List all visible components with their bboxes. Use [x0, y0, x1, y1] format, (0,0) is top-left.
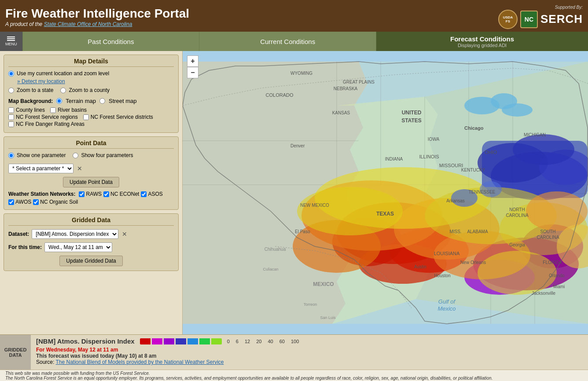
overlays-row3: NC Fire Danger Rating Areas — [8, 121, 174, 127]
svg-text:Chihuahua: Chihuahua — [265, 247, 286, 252]
svg-text:Mexico: Mexico — [437, 305, 456, 312]
nc-fs-regions-label: NC Forest Service regions — [16, 114, 78, 120]
four-params-label: Show four parameters — [81, 152, 133, 158]
svg-text:MISSOURI: MISSOURI — [439, 163, 463, 168]
param-select-row: * Select a parameter * ✕ — [8, 164, 174, 173]
subtitle-link[interactable]: State Climate Office of North Carolina — [44, 21, 132, 27]
nc-fs-regions-checkbox[interactable] — [8, 114, 14, 120]
networks-label: Weather Station Networks: — [8, 191, 75, 197]
main-layout: Map Details Use my current location and … — [0, 51, 588, 334]
zoom-county-row: Zoom to a county — [60, 87, 110, 93]
svg-text:Georgia: Georgia — [509, 242, 525, 247]
title-block: Fire Weather Intelligence Portal A produ… — [5, 6, 189, 27]
nav-bar: MENU Past Conditions Current Conditions … — [0, 32, 588, 51]
legend-title: [NBM] Atmos. Dispersion Index — [36, 337, 135, 345]
terrain-label: Terrain map — [66, 98, 96, 104]
svg-text:Denver: Denver — [290, 143, 305, 148]
asos-item: ASOS — [141, 191, 162, 197]
river-basins-item: River basins — [50, 107, 87, 113]
svg-text:MISS.: MISS. — [449, 229, 461, 234]
serch-logo: SERCH — [540, 12, 583, 26]
map-area: + − — [183, 51, 588, 334]
nav-current-conditions[interactable]: Current Conditions — [199, 32, 376, 51]
four-params-row: Show four parameters — [73, 152, 133, 158]
svg-text:LOUISIANA: LOUISIANA — [434, 251, 460, 256]
legend-area: GRIDDED DATA [NBM] Atmos. Dispersion Ind… — [0, 334, 588, 370]
dataset-label: Dataset: — [8, 231, 29, 237]
nc-organic-soil-checkbox[interactable] — [33, 199, 39, 205]
svg-point-39 — [502, 103, 533, 117]
svg-point-36 — [480, 181, 502, 197]
nc-fs-regions-item: NC Forest Service regions — [8, 114, 78, 120]
param-clear-button[interactable]: ✕ — [76, 165, 83, 172]
nav-items: Past Conditions Current Conditions Forec… — [22, 32, 588, 51]
nav-past-conditions[interactable]: Past Conditions — [22, 32, 199, 51]
nav-forecast-conditions[interactable]: Forecast Conditions Displaying gridded A… — [376, 32, 588, 51]
nc-fs-districts-checkbox[interactable] — [83, 114, 89, 120]
detect-location-link[interactable]: » Detect my location — [17, 78, 174, 84]
time-select[interactable]: Wed., May 12 at 11 am — [44, 242, 112, 252]
update-gridded-data-button[interactable]: Update Gridded Data — [59, 256, 122, 266]
nc-fire-danger-checkbox[interactable] — [8, 121, 14, 127]
river-basins-checkbox[interactable] — [50, 107, 56, 113]
zoom-state-row: Zoom to a state — [8, 87, 53, 93]
svg-text:NORTH: NORTH — [509, 207, 525, 212]
param-select[interactable]: * Select a parameter * — [8, 164, 74, 173]
zoom-out-button[interactable]: − — [187, 67, 198, 78]
time-label: For this time: — [8, 244, 42, 250]
svg-text:El Paso: El Paso — [295, 229, 310, 234]
zoom-in-button[interactable]: + — [187, 55, 198, 67]
street-label: Street map — [109, 98, 137, 104]
county-lines-label: County lines — [16, 107, 45, 113]
svg-text:IOWA: IOWA — [428, 137, 440, 142]
dataset-select[interactable]: [NBM] Atmos. Dispersion Index — [32, 229, 118, 239]
current-location-radio[interactable] — [8, 71, 14, 77]
update-point-data-button[interactable]: Update Point Data — [63, 177, 119, 187]
point-data-options: Show one parameter Show four parameters — [8, 152, 174, 160]
river-basins-label: River basins — [58, 107, 87, 113]
legend-source: Source: The National Blend of Models pro… — [36, 359, 583, 365]
raws-label: RAWS — [86, 191, 102, 197]
map-zoom-controls: + − — [187, 55, 198, 78]
map-details-section: Map Details Use my current location and … — [4, 55, 179, 133]
nc-organic-soil-label: NC Organic Soil — [40, 199, 78, 205]
svg-text:Austin: Austin — [414, 264, 426, 269]
map-background-row: Map Background: Terrain map Street map — [8, 98, 174, 104]
street-radio[interactable] — [99, 98, 105, 104]
zoom-state-radio[interactable] — [8, 88, 14, 93]
econet-item: NC ECONet — [103, 191, 139, 197]
footer: This web site was made possible with fun… — [0, 370, 588, 381]
menu-button[interactable]: MENU — [0, 32, 22, 51]
nc-fs-districts-label: NC Forest Service districts — [91, 114, 153, 120]
legend-label-block: GRIDDED DATA — [0, 335, 31, 370]
four-params-radio[interactable] — [73, 153, 78, 158]
gridded-data-section: Gridded Data Dataset: [NBM] Atmos. Dispe… — [4, 213, 179, 271]
svg-text:UNITED: UNITED — [402, 110, 422, 116]
asos-checkbox[interactable] — [141, 191, 147, 197]
awos-checkbox[interactable] — [8, 199, 14, 205]
legend-source-link[interactable]: The National Blend of Models provided by… — [55, 359, 224, 365]
legend-label-line2: DATA — [9, 352, 22, 358]
svg-text:CAROLINA: CAROLINA — [506, 213, 528, 218]
map-svg[interactable]: Gulf of Mexico WYOMING GREAT PLAINS NEBR… — [183, 51, 588, 334]
zoom-county-radio[interactable] — [60, 88, 66, 93]
econet-checkbox[interactable] — [103, 191, 109, 197]
fs-logo: USDAFS — [498, 10, 518, 29]
dataset-clear-button[interactable]: ✕ — [121, 231, 128, 238]
legend-issued: This forecast was issued today (May 10) … — [36, 353, 583, 359]
left-panel: Map Details Use my current location and … — [0, 51, 183, 334]
raws-checkbox[interactable] — [79, 191, 85, 197]
one-param-radio[interactable] — [8, 153, 14, 158]
legend-content: [NBM] Atmos. Dispersion Index 0 6 12 20 … — [31, 335, 588, 370]
zoom-state-label: Zoom to a state — [17, 87, 53, 93]
svg-text:KENTUCKY: KENTUCKY — [461, 168, 485, 172]
svg-text:INDIANA: INDIANA — [385, 157, 403, 161]
logo-row: USDAFS NC SERCH — [498, 10, 583, 29]
overlays-row: County lines River basins — [8, 107, 174, 113]
current-location-label: Use my current location and zoom level — [17, 70, 109, 77]
nc-fire-danger-label: NC Fire Danger Rating Areas — [16, 121, 85, 127]
terrain-radio[interactable] — [56, 98, 62, 104]
point-data-title: Point Data — [8, 139, 174, 149]
dataset-row: Dataset: [NBM] Atmos. Dispersion Index ✕ — [8, 229, 174, 239]
county-lines-checkbox[interactable] — [8, 107, 14, 113]
